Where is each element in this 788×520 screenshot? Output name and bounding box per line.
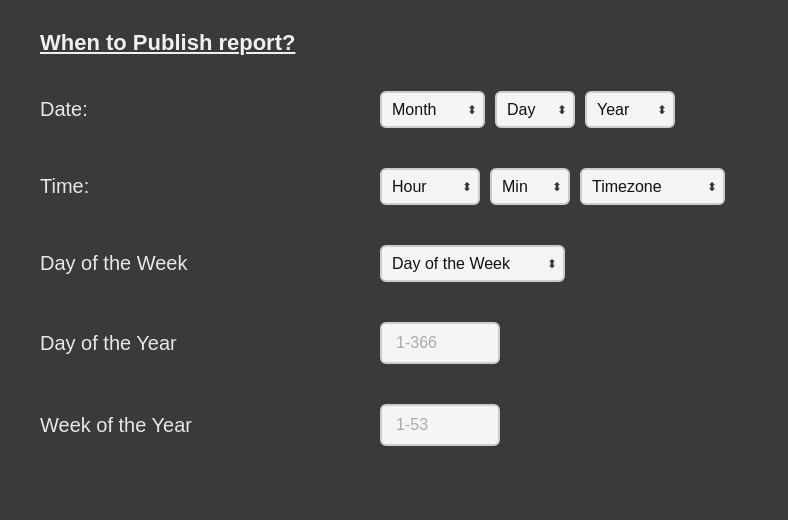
date-controls: Month January February March April May J… [380,91,675,128]
min-select-wrapper: Min 000510 152025 303540 455055 [490,168,570,205]
week-of-year-input[interactable] [380,404,500,446]
week-of-year-controls [380,404,500,446]
day-select[interactable]: Day 123 456 789 101112 131415 161718 192… [495,91,575,128]
time-label: Time: [40,175,380,198]
day-of-year-input[interactable] [380,322,500,364]
year-select[interactable]: Year 2024 2025 2026 [585,91,675,128]
time-controls: Hour 012 345 678 91011 121314 151617 181… [380,168,725,205]
min-select[interactable]: Min 000510 152025 303540 455055 [490,168,570,205]
month-select[interactable]: Month January February March April May J… [380,91,485,128]
day-of-week-label: Day of the Week [40,252,380,275]
time-row: Time: Hour 012 345 678 91011 121314 1516… [40,168,748,205]
week-of-year-row: Week of the Year [40,404,748,446]
date-row: Date: Month January February March April… [40,91,748,128]
hour-select[interactable]: Hour 012 345 678 91011 121314 151617 181… [380,168,480,205]
dow-select[interactable]: Day of the Week Sunday Monday Tuesday We… [380,245,565,282]
month-select-wrapper: Month January February March April May J… [380,91,485,128]
day-of-year-controls [380,322,500,364]
timezone-select-wrapper: Timezone UTC EST PST CST [580,168,725,205]
page-title: When to Publish report? [40,30,748,56]
year-select-wrapper: Year 2024 2025 2026 [585,91,675,128]
day-of-week-controls: Day of the Week Sunday Monday Tuesday We… [380,245,565,282]
timezone-select[interactable]: Timezone UTC EST PST CST [580,168,725,205]
day-of-week-row: Day of the Week Day of the Week Sunday M… [40,245,748,282]
day-of-year-label: Day of the Year [40,332,380,355]
day-of-year-row: Day of the Year [40,322,748,364]
day-select-wrapper: Day 123 456 789 101112 131415 161718 192… [495,91,575,128]
dow-select-wrapper: Day of the Week Sunday Monday Tuesday We… [380,245,565,282]
week-of-year-label: Week of the Year [40,414,380,437]
hour-select-wrapper: Hour 012 345 678 91011 121314 151617 181… [380,168,480,205]
date-label: Date: [40,98,380,121]
